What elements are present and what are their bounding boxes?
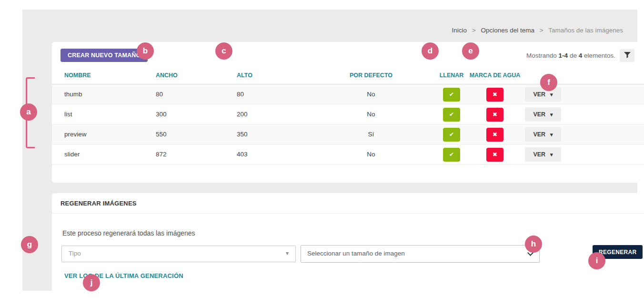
breadcrumb: Inicio > Opciones del tema > Tamaños de … xyxy=(452,27,623,34)
create-new-size-button[interactable]: CREAR NUEVO TAMAÑO xyxy=(60,49,148,62)
caret-down-icon: ▾ xyxy=(550,92,553,97)
showing-total: 4 xyxy=(579,52,583,59)
ver-dropdown-button[interactable]: VER▾ xyxy=(525,147,561,162)
filter-button[interactable] xyxy=(620,49,634,62)
caret-down-icon: ▾ xyxy=(550,112,553,117)
showing-range: 1-4 xyxy=(559,52,568,59)
annotation-e: e xyxy=(462,42,479,60)
ver-dropdown-button[interactable]: VER▾ xyxy=(525,107,561,122)
cell-ancho: 300 xyxy=(156,104,167,124)
funnel-icon xyxy=(624,52,631,60)
ver-dropdown-button[interactable]: VER▾ xyxy=(525,127,561,142)
check-button[interactable]: ✔ xyxy=(443,88,460,102)
cell-nombre: slider xyxy=(64,144,80,164)
cell-nombre: thumb xyxy=(64,84,82,104)
image-size-select[interactable]: Seleccionar un tamaño de imagen xyxy=(301,245,540,263)
cross-button[interactable]: ✖ xyxy=(486,128,503,142)
cell-alto: 403 xyxy=(237,144,248,164)
annotation-b: b xyxy=(137,42,154,60)
column-header-por-defecto[interactable]: POR DEFECTO xyxy=(319,72,423,79)
page: Inicio > Opciones del tema > Tamaños de … xyxy=(0,0,644,308)
check-icon: ✔ xyxy=(449,151,454,158)
check-button[interactable]: ✔ xyxy=(443,108,460,122)
check-icon: ✔ xyxy=(449,111,454,118)
column-header-nombre[interactable]: NOMBRE xyxy=(64,72,91,79)
annotation-f: f xyxy=(540,74,557,91)
check-button[interactable]: ✔ xyxy=(443,128,460,142)
type-select-placeholder: Tipo xyxy=(69,250,81,257)
breadcrumb-opciones-del-tema[interactable]: Opciones del tema xyxy=(481,27,534,34)
check-button[interactable]: ✔ xyxy=(443,148,460,162)
cell-nombre: preview xyxy=(64,124,87,144)
showing-prefix: Mostrando xyxy=(526,52,557,59)
x-icon: ✖ xyxy=(493,111,497,118)
showing-of: de xyxy=(570,52,577,59)
annotation-j: j xyxy=(83,274,100,291)
table-body: thumb 80 80 No ✔ ✖ VER▾ list 300 200 No … xyxy=(52,84,644,164)
cell-ancho: 872 xyxy=(156,144,167,164)
regenerate-card-title: REGENERAR IMÁGENES xyxy=(60,200,137,207)
cell-ancho: 550 xyxy=(156,124,167,144)
check-icon: ✔ xyxy=(449,91,454,98)
cell-alto: 200 xyxy=(237,104,248,124)
annotation-c: c xyxy=(215,42,232,60)
cross-button[interactable]: ✖ xyxy=(486,148,503,162)
x-icon: ✖ xyxy=(493,91,497,98)
annotation-a: a xyxy=(20,103,37,121)
annotation-g: g xyxy=(21,236,38,253)
caret-down-icon: ▾ xyxy=(550,132,553,137)
column-header-alto[interactable]: ALTO xyxy=(237,72,252,79)
regenerate-images-card: REGENERAR IMÁGENES Este proceso regenera… xyxy=(52,193,644,293)
cell-nombre: list xyxy=(64,104,72,124)
cell-por-defecto: No xyxy=(319,144,423,164)
table-row: list 300 200 No ✔ ✖ VER▾ xyxy=(52,104,644,124)
ver-label: VER xyxy=(533,91,545,98)
breadcrumb-separator: > xyxy=(472,27,476,34)
cell-por-defecto: Sí xyxy=(319,124,423,144)
image-size-select-value: Seleccionar un tamaño de imagen xyxy=(307,250,405,257)
view-log-link[interactable]: VER LOG DE LA ÚLTIMA GENERACIÓN xyxy=(64,272,183,279)
cross-button[interactable]: ✖ xyxy=(486,108,503,122)
column-header-ancho[interactable]: ANCHO xyxy=(156,72,178,79)
cell-alto: 80 xyxy=(237,84,244,104)
table-row: preview 550 350 Sí ✔ ✖ VER▾ xyxy=(52,124,644,144)
annotation-i: i xyxy=(588,252,605,269)
divider xyxy=(52,213,644,214)
showing-suffix: elementos. xyxy=(584,52,615,59)
ver-label: VER xyxy=(533,111,545,118)
caret-down-icon: ▾ xyxy=(286,250,289,257)
regenerate-description: Este proceso regenerará todas las imágen… xyxy=(62,229,195,237)
ver-dropdown-button[interactable]: VER▾ xyxy=(525,87,561,102)
type-select[interactable]: Tipo ▾ xyxy=(61,246,296,262)
annotation-h: h xyxy=(525,236,542,253)
breadcrumb-current-page: Tamaños de las imágenes xyxy=(548,27,623,34)
ver-label: VER xyxy=(533,131,545,138)
cross-button[interactable]: ✖ xyxy=(486,88,503,102)
column-header-marca-de-agua[interactable]: MARCA DE AGUA xyxy=(464,72,525,79)
cell-por-defecto: No xyxy=(319,84,423,104)
x-icon: ✖ xyxy=(493,151,497,158)
caret-down-icon: ▾ xyxy=(550,152,553,157)
content-background: Inicio > Opciones del tema > Tamaños de … xyxy=(22,10,637,291)
cell-ancho: 80 xyxy=(156,84,163,104)
image-sizes-card: CREAR NUEVO TAMAÑO Mostrando 1-4 de 4 el… xyxy=(52,42,644,183)
cell-por-defecto: No xyxy=(319,104,423,124)
cell-alto: 350 xyxy=(237,124,248,144)
breadcrumb-separator: > xyxy=(540,27,543,34)
check-icon: ✔ xyxy=(449,131,454,138)
showing-results-text: Mostrando 1-4 de 4 elementos. xyxy=(526,52,615,59)
x-icon: ✖ xyxy=(493,131,497,138)
ver-label: VER xyxy=(533,151,545,158)
breadcrumb-inicio[interactable]: Inicio xyxy=(452,27,467,34)
annotation-d: d xyxy=(422,42,439,60)
table-row: slider 872 403 No ✔ ✖ VER▾ xyxy=(52,144,644,164)
